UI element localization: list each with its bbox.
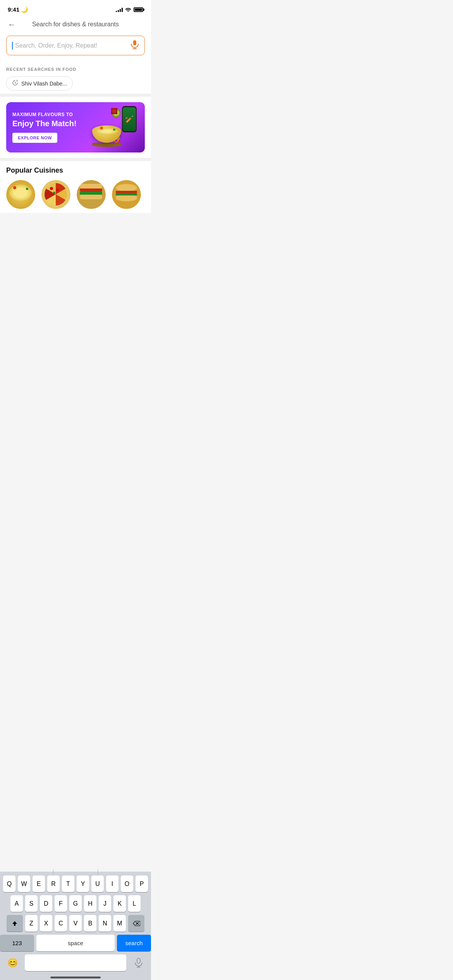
back-button[interactable]: ← <box>8 20 15 29</box>
status-bar: 9:41 🌙 <box>0 0 151 17</box>
cuisine-img-pizza <box>41 180 70 209</box>
recent-search-item[interactable]: Shiv Vilash Dabe... <box>6 76 73 91</box>
battery-icon <box>134 7 143 12</box>
cuisine-item-sandwich[interactable] <box>77 180 106 209</box>
cuisines-row <box>6 180 145 209</box>
history-icon <box>12 80 18 87</box>
status-time: 9:41 🌙 <box>8 6 28 13</box>
wifi-icon <box>125 7 131 13</box>
cuisine-img-burger <box>112 180 141 209</box>
section-divider-2 <box>0 158 151 161</box>
signal-icon <box>116 7 123 12</box>
search-box[interactable]: Search, Order, Enjoy, Repeat! <box>6 36 145 55</box>
text-cursor <box>12 42 13 50</box>
section-divider <box>0 94 151 97</box>
banner-image: 🏏 🌶️ <box>88 110 139 145</box>
banner-subtitle: MAXIMUM FLAVOURS TO <box>12 112 88 117</box>
search-container: Search, Order, Enjoy, Repeat! <box>0 32 151 61</box>
promo-banner[interactable]: MAXIMUM FLAVOURS TO Enjoy The Match! EXP… <box>6 102 145 152</box>
explore-now-button[interactable]: EXPLORE NOW <box>12 133 57 143</box>
cuisine-img-biryani <box>6 180 35 209</box>
recent-search-label: Shiv Vilash Dabe... <box>21 81 67 87</box>
recent-searches-section: RECENT SEARCHES IN FOOD Shiv Vilash Dabe… <box>0 61 151 94</box>
banner-text: MAXIMUM FLAVOURS TO Enjoy The Match! EXP… <box>12 112 88 143</box>
status-icons <box>116 7 143 13</box>
banner-title: Enjoy The Match! <box>12 119 88 128</box>
cuisine-item-pizza[interactable] <box>41 180 70 209</box>
cuisine-item-burger[interactable] <box>112 180 141 209</box>
search-placeholder: Search, Order, Enjoy, Repeat! <box>15 42 130 49</box>
nav-header: ← Search for dishes & restaurants <box>0 17 151 32</box>
recent-searches-title: RECENT SEARCHES IN FOOD <box>6 67 145 72</box>
mic-icon[interactable] <box>130 40 139 51</box>
svg-rect-0 <box>133 40 136 45</box>
cuisine-img-sandwich <box>77 180 106 209</box>
cuisine-item-biryani[interactable] <box>6 180 35 209</box>
promo-banner-container: MAXIMUM FLAVOURS TO Enjoy The Match! EXP… <box>0 97 151 158</box>
popular-cuisines-section: Popular Cuisines <box>0 161 151 213</box>
popular-cuisines-title: Popular Cuisines <box>6 166 145 175</box>
page-title: Search for dishes & restaurants <box>32 21 119 28</box>
